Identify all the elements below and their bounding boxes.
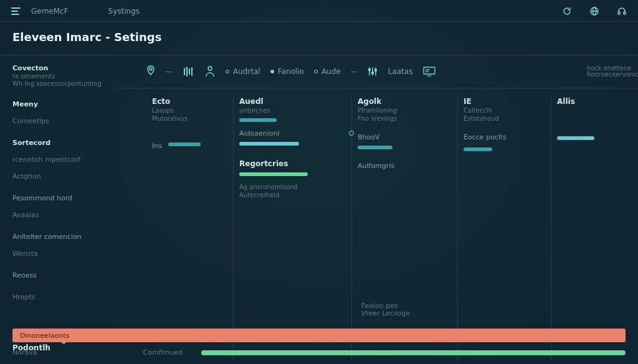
tabstrip: Audrtal Fanolio Aude Laatas <box>116 55 638 88</box>
tab-label: Aude <box>321 67 341 76</box>
row-label: Eocce poclts <box>464 133 538 141</box>
sidebar-item[interactable]: Anltelter comencion <box>12 233 107 241</box>
sidebar-item[interactable]: Meeny <box>12 100 107 108</box>
sidebar-item[interactable]: Hropts <box>12 293 107 301</box>
globe-icon[interactable] <box>589 6 599 16</box>
headset-icon[interactable] <box>617 6 627 16</box>
sliders-icon <box>367 66 378 77</box>
row-label: Aidoaenionl <box>239 129 339 138</box>
sidebar-group-sub: te senements <box>12 73 107 80</box>
column-head: Ecto <box>152 97 221 106</box>
tab-sliders[interactable] <box>367 66 378 77</box>
column-head2: Regortcries <box>239 159 339 168</box>
column-sub: Laasps <box>152 107 221 114</box>
refresh-icon[interactable] <box>562 6 572 16</box>
sidebar-item[interactable]: Comeetlps <box>12 117 107 125</box>
svg-point-8 <box>150 68 152 70</box>
slider-bar[interactable] <box>557 136 594 140</box>
person-icon <box>204 65 216 78</box>
main: Covecton te senements Wh Ing soacessorpo… <box>0 55 638 361</box>
column-head: Agolk <box>358 97 445 106</box>
bottom-mid-label: Comfimued <box>143 348 183 357</box>
topbar: GemeMcF Systings <box>0 0 638 22</box>
column-sub: Caltecclh <box>464 107 538 114</box>
row-label: BhooV <box>358 133 445 141</box>
slider-bar[interactable] <box>239 142 299 146</box>
connector-dot-icon <box>349 131 354 136</box>
column-sub: Pframiloning <box>358 107 445 114</box>
menu-icon[interactable] <box>11 7 21 16</box>
tab-label: Laatas <box>388 67 413 76</box>
tab-right-line2: Rooroeceervonicl <box>587 72 638 78</box>
tab-label: Audrtal <box>233 67 260 76</box>
svg-point-17 <box>368 69 370 71</box>
gridfoot-line2: Vteer Lecsoge <box>361 310 410 317</box>
tab-bars[interactable] <box>182 65 194 78</box>
slider-bar[interactable] <box>358 146 393 149</box>
slider-bar[interactable] <box>239 118 277 122</box>
tab-fanolio[interactable]: Fanolio <box>270 67 304 76</box>
topbar-center: Systings <box>77 7 553 16</box>
sidebar-group-head: Covecton <box>12 64 107 72</box>
alert-bar[interactable]: Dinoneelaonts <box>12 329 626 342</box>
pin-icon <box>146 65 156 78</box>
slider-bar[interactable] <box>168 142 201 146</box>
page-title: Eleveen Imarc - Setings <box>12 30 626 44</box>
brand-label: GemeMcF <box>31 7 69 16</box>
settings-grid: Ecto Laasps Mutocelvus Ins Auedl untorcn… <box>116 88 638 361</box>
svg-rect-6 <box>618 12 620 14</box>
sidebar-item[interactable]: Pesommond hord <box>12 194 107 202</box>
column-ecto: Ecto Laasps Mutocelvus Ins <box>146 97 233 361</box>
monitor-icon <box>422 66 436 77</box>
column-sub: Mutocelvus <box>152 115 221 122</box>
column-head: Auedl <box>239 97 339 106</box>
row-label: Aulfomgris <box>358 162 445 170</box>
slider-bar[interactable] <box>239 172 308 176</box>
sidebar-item[interactable]: Avaalas <box>12 211 107 219</box>
tab-person[interactable] <box>204 65 216 78</box>
column-foot: Autecrerheid <box>239 192 339 198</box>
tab-right-info: hock onettene Rooroeceervonicl <box>587 65 638 78</box>
sidebar-item[interactable]: Reoess <box>12 271 107 279</box>
tab-aude[interactable]: Aude <box>314 67 341 76</box>
column-auedl: Auedl untorcnes Aidoaenionl Regortcries … <box>233 97 351 361</box>
tab-pin[interactable] <box>146 65 156 78</box>
svg-point-19 <box>374 70 376 72</box>
sidebar-item[interactable]: Actgtion <box>12 172 107 180</box>
bottom-bars: Dinoneelaonts Norava Comfimued <box>0 329 638 357</box>
column-allis: Allis <box>551 97 638 361</box>
column-sub: untorcnes <box>239 107 339 114</box>
bars-icon <box>182 65 194 78</box>
slider-bar[interactable] <box>464 147 492 151</box>
grid-footer-caption: Feoloo pes Vteer Lecsoge <box>361 302 410 317</box>
column-head: IE <box>464 97 538 106</box>
row-label: Ins <box>152 142 162 150</box>
radio-icon <box>270 70 274 73</box>
column-ie: IE Caltecclh Estotohoud Eocce poclts <box>457 97 551 361</box>
svg-rect-20 <box>424 67 435 74</box>
radio-icon <box>226 70 229 73</box>
svg-point-18 <box>371 72 373 74</box>
radio-icon <box>314 70 318 73</box>
tab-separator <box>166 72 172 72</box>
bottom-left-label: Norava <box>12 348 37 357</box>
column-sub: Estotohoud <box>464 115 538 122</box>
alert-bar-label: Dinoneelaonts <box>20 332 69 340</box>
tab-separator <box>351 72 357 72</box>
sidebar-item[interactable]: rcenotoh mpentcorf <box>12 156 107 164</box>
sidebar-item[interactable]: Sortecord <box>12 139 107 147</box>
sidebar-group-sub: Wh Ing soacessorpontunting <box>12 80 107 87</box>
sidebar: Covecton te senements Wh Ing soacessorpo… <box>0 55 116 361</box>
column-sub: Fno srevings <box>358 115 445 122</box>
tab-audrtal[interactable]: Audrtal <box>226 67 260 76</box>
progress-bar[interactable] <box>201 350 626 355</box>
tab-label: Fanolio <box>278 67 304 76</box>
content: Audrtal Fanolio Aude Laatas <box>116 55 638 361</box>
svg-point-13 <box>208 67 212 70</box>
sidebar-item[interactable]: Wensta <box>12 250 107 258</box>
tab-laatas[interactable]: Laatas <box>388 67 413 76</box>
column-agolk: Agolk Pframiloning Fno srevings BhooV Au… <box>351 97 457 361</box>
svg-rect-7 <box>624 12 626 14</box>
titlebar: Eleveen Imarc - Setings <box>0 22 638 55</box>
tab-monitor[interactable] <box>422 66 436 77</box>
